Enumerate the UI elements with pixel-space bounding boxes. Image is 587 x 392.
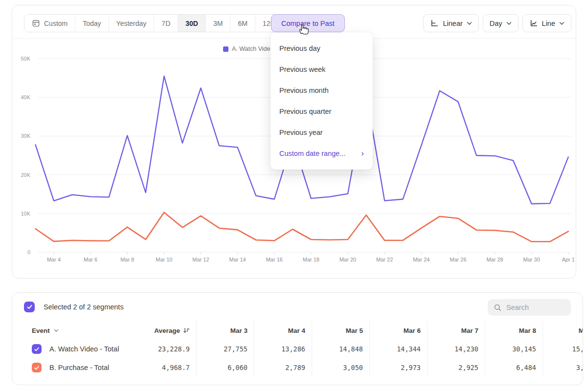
chevron-down-icon [54, 329, 59, 332]
column-header-date[interactable]: Mar 6 [369, 321, 427, 340]
cell-value: 2,973 [369, 358, 427, 377]
menu-item-custom-date-range[interactable]: Custom date range... › [271, 143, 373, 164]
sort-descending-icon [183, 327, 190, 334]
date-range-today[interactable]: Today [75, 15, 109, 32]
selected-segments-label: Selected 2 of 2 segments [44, 303, 124, 311]
segments-table-card: Selected 2 of 2 segments Event Average M… [12, 292, 583, 385]
search-icon [494, 304, 502, 312]
table-row-watch-video: A. Watch Video - Total [24, 340, 137, 358]
menu-item-previous-month[interactable]: Previous month [271, 80, 373, 101]
cell-value-clipped: 3, [542, 358, 583, 377]
cell-value: 14,230 [427, 340, 485, 358]
segment-label: B. Purchase - Total [49, 364, 109, 371]
date-range-30d[interactable]: 30D [178, 15, 206, 32]
cell-value: 6,060 [196, 358, 254, 377]
date-range-3m[interactable]: 3M [206, 15, 230, 32]
select-all-checkbox[interactable] [24, 302, 35, 312]
segments-select-row: Selected 2 of 2 segments [12, 293, 583, 321]
calendar-icon [32, 19, 40, 27]
chart-type-dropdown[interactable]: Line [522, 14, 571, 32]
chevron-down-icon [559, 22, 564, 25]
cell-value-clipped: 15, [542, 340, 583, 358]
search-box [488, 299, 571, 316]
cell-value: 3,050 [312, 358, 369, 377]
cell-value: 27,755 [196, 340, 254, 358]
menu-item-previous-quarter[interactable]: Previous quarter [271, 101, 373, 122]
date-range-6m[interactable]: 6M [230, 15, 255, 32]
segment-label: A. Watch Video - Total [49, 345, 119, 353]
date-range-yesterday[interactable]: Yesterday [109, 15, 155, 32]
linear-axis-icon [430, 19, 439, 27]
menu-item-previous-year[interactable]: Previous year [271, 122, 373, 143]
column-header-date-clipped[interactable]: M [542, 321, 583, 340]
row-checkbox-purchase[interactable] [32, 363, 42, 372]
row-checkbox-watch-video[interactable] [32, 344, 42, 354]
cell-value: 6,484 [485, 358, 542, 377]
interval-dropdown[interactable]: Day [483, 14, 519, 32]
segments-table: Event Average Mar 3 Mar 4 Mar 5 Mar 6 Ma… [12, 321, 583, 377]
menu-item-previous-week[interactable]: Previous week [271, 59, 373, 80]
menu-item-previous-day[interactable]: Previous day [271, 38, 373, 59]
cell-value: 14,848 [312, 340, 369, 358]
cell-average: 4,968.7 [137, 358, 196, 377]
date-range-segmented-control: Custom Today Yesterday 7D 30D 3M 6M 12M [24, 14, 284, 32]
chevron-down-icon [506, 22, 512, 25]
column-header-date[interactable]: Mar 4 [254, 321, 312, 340]
cell-average: 23,228.9 [137, 340, 196, 358]
cell-value: 2,925 [427, 358, 485, 377]
column-header-event[interactable]: Event [24, 321, 137, 340]
date-range-7d[interactable]: 7D [154, 15, 178, 32]
axis-scale-dropdown[interactable]: Linear [423, 14, 478, 32]
line-chart-icon [529, 19, 538, 27]
legend-swatch-series-a [223, 46, 228, 52]
date-range-label: Custom [44, 20, 68, 27]
cell-value: 30,145 [485, 340, 542, 358]
compare-to-past-button[interactable]: Compare to Past [271, 14, 345, 32]
search-input[interactable] [506, 304, 565, 311]
chart-controls: Linear Day Line [423, 14, 571, 32]
cell-value: 13,286 [254, 340, 312, 358]
column-header-date[interactable]: Mar 5 [312, 321, 369, 340]
chevron-right-icon: › [361, 149, 364, 157]
column-header-date[interactable]: Mar 3 [196, 321, 254, 340]
cell-value: 14,344 [369, 340, 427, 358]
chevron-down-icon [467, 22, 472, 25]
column-header-date[interactable]: Mar 7 [427, 321, 485, 340]
date-range-custom[interactable]: Custom [24, 15, 75, 32]
table-row-purchase: B. Purchase - Total [24, 358, 137, 377]
column-header-date[interactable]: Mar 8 [485, 321, 542, 340]
column-header-average[interactable]: Average [137, 321, 196, 340]
compare-to-past-menu: Previous day Previous week Previous mont… [271, 32, 373, 170]
cell-value: 2,789 [254, 358, 312, 377]
